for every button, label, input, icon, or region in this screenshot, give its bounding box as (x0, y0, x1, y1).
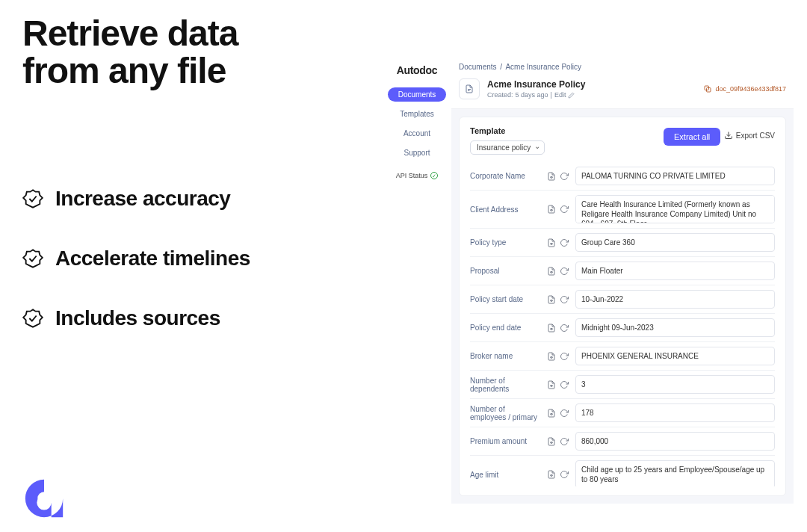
refresh-icon[interactable] (560, 409, 569, 418)
field-value-input[interactable] (575, 318, 775, 337)
export-csv-link[interactable]: Export CSV (724, 131, 775, 140)
field-row: Number of employees / primary (470, 399, 775, 427)
nav-templates[interactable]: Templates (394, 107, 440, 121)
refresh-icon[interactable] (560, 238, 569, 247)
source-icon[interactable] (547, 437, 556, 446)
refresh-icon[interactable] (560, 324, 569, 332)
brand-logo-icon (21, 475, 67, 522)
benefit-timelines: Accelerate timelines (22, 247, 321, 270)
field-row: Age limit (470, 456, 775, 486)
document-header: Acme Insurance Policy Created: 5 days ag… (451, 75, 794, 109)
app-panel: Autodoc Documents Templates Account Supp… (383, 58, 794, 504)
field-row: Policy type (470, 229, 775, 257)
headline: Retrieve data from any file (22, 15, 374, 90)
template-heading: Template (470, 126, 545, 135)
nav-documents[interactable]: Documents (388, 87, 447, 102)
template-card: Template Insurance policy Extract all Ex… (459, 117, 786, 496)
fields-list: Corporate Name Client Address Policy typ… (470, 162, 775, 486)
app-title: Autodoc (387, 64, 447, 76)
field-value-input[interactable] (575, 403, 775, 422)
status-ok-icon: ✓ (430, 172, 438, 179)
document-meta: Created: 5 days ago | Edit (487, 91, 696, 99)
check-badge-icon (22, 308, 43, 329)
benefit-text: Includes sources (55, 306, 220, 330)
source-icon[interactable] (547, 352, 556, 361)
field-label: Premium amount (470, 432, 541, 451)
field-label: Number of employees / primary (470, 403, 541, 422)
breadcrumb: Documents / Acme Insurance Policy (451, 58, 794, 75)
field-value-input[interactable] (575, 195, 775, 223)
refresh-icon[interactable] (560, 295, 569, 304)
source-icon[interactable] (547, 380, 556, 389)
source-icon[interactable] (547, 267, 556, 276)
document-title: Acme Insurance Policy (487, 79, 696, 90)
field-value-input[interactable] (575, 432, 775, 451)
field-value-input[interactable] (575, 262, 775, 280)
benefit-text: Increase accuracy (55, 187, 230, 211)
field-row: Policy end date (470, 314, 775, 342)
source-icon[interactable] (547, 172, 556, 181)
api-status: API Status ✓ (396, 172, 439, 179)
main-area: Documents / Acme Insurance Policy Acme I… (451, 58, 794, 504)
marketing-headline: Retrieve data from any file (22, 15, 374, 90)
field-value-input[interactable] (575, 375, 775, 394)
refresh-icon[interactable] (560, 437, 569, 446)
headline-line2: from any file (22, 51, 226, 90)
document-id[interactable]: doc_09f9436e433df817 (703, 84, 786, 93)
refresh-icon[interactable] (560, 267, 569, 276)
edit-link[interactable]: Edit (554, 91, 566, 99)
benefit-accuracy: Increase accuracy (22, 187, 321, 211)
field-value-input[interactable] (575, 347, 775, 365)
api-status-label: API Status (396, 172, 428, 179)
pencil-icon[interactable] (568, 92, 575, 99)
refresh-icon[interactable] (560, 352, 569, 361)
content-area: Template Insurance policy Extract all Ex… (451, 109, 794, 504)
field-row: Broker name (470, 342, 775, 371)
source-icon[interactable] (547, 205, 556, 214)
check-badge-icon (22, 248, 43, 269)
sidebar: Autodoc Documents Templates Account Supp… (383, 58, 451, 504)
source-icon[interactable] (547, 238, 556, 247)
headline-line1: Retrieve data (22, 13, 238, 53)
download-icon (724, 131, 733, 140)
field-row: Policy start date (470, 285, 775, 314)
field-label: Corporate Name (470, 167, 541, 185)
check-badge-icon (22, 188, 43, 209)
breadcrumb-current: Acme Insurance Policy (505, 63, 581, 71)
refresh-icon[interactable] (560, 380, 569, 389)
field-value-input[interactable] (575, 233, 775, 252)
svg-marker-1 (23, 250, 43, 267)
breadcrumb-root[interactable]: Documents (459, 63, 497, 71)
benefit-text: Accelerate timelines (55, 247, 250, 270)
field-value-input[interactable] (575, 167, 775, 185)
field-value-input[interactable] (575, 460, 775, 486)
copy-icon (703, 84, 712, 93)
benefits-list: Increase accuracy Accelerate timelines I… (22, 187, 321, 366)
document-icon (459, 78, 480, 99)
nav-account[interactable]: Account (398, 126, 436, 140)
refresh-icon[interactable] (560, 172, 569, 181)
extract-all-button[interactable]: Extract all (664, 128, 720, 146)
refresh-icon[interactable] (560, 205, 569, 214)
field-row: Number of dependents (470, 371, 775, 399)
field-label: Policy type (470, 233, 541, 252)
source-icon[interactable] (547, 470, 556, 479)
field-label: Proposal (470, 262, 541, 280)
breadcrumb-sep: / (500, 63, 502, 71)
refresh-icon[interactable] (560, 470, 569, 479)
field-row: Premium amount (470, 427, 775, 456)
field-label: Number of dependents (470, 375, 541, 394)
field-row: Corporate Name (470, 162, 775, 191)
source-icon[interactable] (547, 324, 556, 332)
template-select[interactable]: Insurance policy (470, 140, 545, 155)
field-row: Proposal (470, 257, 775, 285)
field-label: Client Address (470, 195, 541, 223)
nav-support[interactable]: Support (398, 146, 436, 160)
source-icon[interactable] (547, 295, 556, 304)
svg-marker-0 (23, 190, 43, 207)
source-icon[interactable] (547, 409, 556, 418)
field-label: Policy end date (470, 318, 541, 337)
field-label: Age limit (470, 460, 541, 486)
field-value-input[interactable] (575, 290, 775, 309)
field-label: Broker name (470, 347, 541, 365)
